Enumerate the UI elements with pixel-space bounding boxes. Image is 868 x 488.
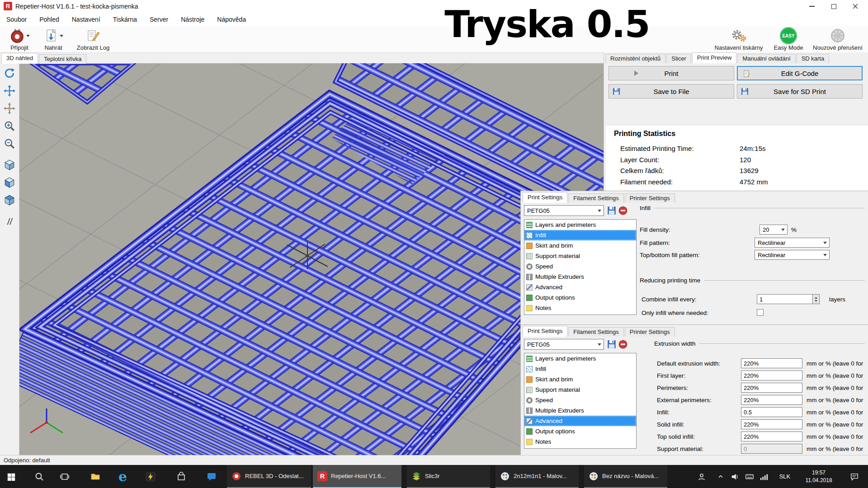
section-support-material[interactable]: Support material <box>524 385 636 395</box>
clock[interactable]: 19:57 11.04.2018 <box>797 465 841 488</box>
start-button[interactable] <box>0 465 22 488</box>
tab-temperature-curve[interactable]: Teplotní křivka <box>39 54 86 64</box>
easy-mode-button[interactable]: EASY Easy Mode <box>770 27 807 51</box>
delete-profile-button[interactable] <box>618 206 627 215</box>
taskbar-app-repetier[interactable]: R Repetier-Host V1.6... <box>313 465 401 488</box>
close-button[interactable] <box>844 0 866 13</box>
section-notes[interactable]: Notes <box>524 436 636 447</box>
view-isometric-button[interactable] <box>1 156 18 173</box>
hidden-icons-button[interactable] <box>713 465 728 488</box>
delete-profile-button[interactable] <box>618 340 627 349</box>
section-infill[interactable]: Infill <box>524 364 636 374</box>
tab-object-placement[interactable]: Rozmístění objektů <box>605 54 665 63</box>
view-front-button[interactable] <box>1 174 18 191</box>
volume-tray-button[interactable] <box>728 465 742 488</box>
utility-app-button[interactable] <box>139 465 161 488</box>
section-infill[interactable]: Infill <box>524 230 636 240</box>
tab-3d-preview[interactable]: 3D náhled <box>1 53 38 64</box>
menu-server[interactable]: Server <box>143 13 175 26</box>
menu-napoveda[interactable]: Nápověda <box>211 13 252 26</box>
view-side-button[interactable] <box>1 192 18 208</box>
store-button[interactable] <box>170 465 192 488</box>
action-center-button[interactable] <box>844 465 864 488</box>
section-layers-perimeters[interactable]: Layers and perimeters <box>524 220 636 230</box>
fill-density-select[interactable]: 20 <box>760 225 788 235</box>
file-explorer-button[interactable] <box>84 465 106 488</box>
tab-printer-settings[interactable]: Printer Settings <box>625 193 675 203</box>
view-rotate-button[interactable] <box>1 65 18 81</box>
infill-width-input[interactable] <box>741 407 802 417</box>
taskbar-app-slic3r[interactable]: Slic3r <box>407 465 490 488</box>
view-move-button[interactable] <box>1 82 18 99</box>
tab-print-settings[interactable]: Print Settings <box>523 192 567 203</box>
first-layer-input[interactable] <box>741 371 802 380</box>
combine-infill-input[interactable] <box>757 294 813 304</box>
perimeters-input[interactable] <box>741 383 802 393</box>
profile-select[interactable]: PETG05 <box>524 339 604 350</box>
solid-infill-input[interactable] <box>741 419 802 429</box>
top-solid-infill-input[interactable] <box>741 432 802 441</box>
menu-nastaveni[interactable]: Nastavení <box>66 13 107 26</box>
external-perimeters-input[interactable] <box>741 395 802 405</box>
emergency-stop-button[interactable]: Nouzové přerušení <box>809 27 866 51</box>
section-advanced[interactable]: Advanced <box>524 416 636 426</box>
section-skirt-brim[interactable]: Skirt and brim <box>524 240 636 251</box>
people-tray-button[interactable] <box>694 465 709 488</box>
upload-dropdown-icon[interactable] <box>60 35 63 39</box>
zoom-out-button[interactable] <box>1 135 18 152</box>
print-button[interactable]: Print <box>609 66 734 80</box>
messaging-app-button[interactable] <box>200 465 222 488</box>
minimize-button[interactable] <box>801 0 823 13</box>
menu-pohled[interactable]: Pohled <box>33 13 66 26</box>
zoom-in-button[interactable] <box>1 117 18 134</box>
taskbar-app-rebel3d[interactable]: REBEL 3D - Odeslat... <box>227 465 311 488</box>
touch-keyboard-button[interactable] <box>742 465 757 488</box>
top-bottom-pattern-select[interactable]: Rectilinear <box>755 250 830 260</box>
save-profile-button[interactable] <box>607 206 616 215</box>
section-layers-perimeters[interactable]: Layers and perimeters <box>524 353 636 364</box>
fill-pattern-select[interactable]: Rectilinear <box>755 238 830 248</box>
language-indicator[interactable]: SLK <box>775 465 795 488</box>
move-object-button[interactable] <box>1 100 18 117</box>
combine-infill-spinner[interactable] <box>813 294 820 304</box>
menu-soubor[interactable]: Soubor <box>0 13 33 26</box>
taskbar-app-paint-2[interactable]: Bez názvu - Malová... <box>584 465 667 488</box>
tab-print-settings[interactable]: Print Settings <box>523 326 567 337</box>
tab-filament-settings[interactable]: Filament Settings <box>568 327 623 337</box>
tab-print-preview[interactable]: Print Preview <box>692 52 737 63</box>
profile-select[interactable]: PETG05 <box>524 205 604 216</box>
save-for-sd-button[interactable]: Save for SD Print <box>737 84 863 99</box>
only-infill-checkbox[interactable] <box>757 309 764 316</box>
save-profile-button[interactable] <box>607 340 616 349</box>
menu-tiskarna[interactable]: Tiskárna <box>107 13 143 26</box>
default-extrusion-input[interactable] <box>741 358 802 368</box>
printer-settings-button[interactable]: Nastavení tiskárny <box>711 27 767 51</box>
section-speed[interactable]: Speed <box>524 261 636 272</box>
tab-manual-control[interactable]: Manuální ovládání <box>737 54 795 63</box>
toggle-panel-button[interactable] <box>1 213 18 230</box>
edit-gcode-button[interactable]: Edit G-Code <box>737 66 863 80</box>
section-output-options[interactable]: Output options <box>524 426 636 436</box>
section-advanced[interactable]: Advanced <box>524 282 636 292</box>
section-skirt-brim[interactable]: Skirt and brim <box>524 374 636 385</box>
taskbar-app-paint-1[interactable]: 2n12m1n1 - Malov... <box>495 465 579 488</box>
section-multiple-extruders[interactable]: Multiple Extruders <box>524 272 636 282</box>
taskbar-search-button[interactable] <box>28 465 50 488</box>
save-to-file-button[interactable]: Save to File <box>609 84 734 99</box>
section-support-material[interactable]: Support material <box>524 251 636 261</box>
tab-sd-card[interactable]: SD karta <box>797 54 830 63</box>
section-output-options[interactable]: Output options <box>524 292 636 303</box>
section-notes[interactable]: Notes <box>524 303 636 313</box>
section-speed[interactable]: Speed <box>524 395 636 405</box>
connect-button[interactable]: Připojit <box>3 27 36 51</box>
support-material-input[interactable] <box>741 444 802 454</box>
section-multiple-extruders[interactable]: Multiple Extruders <box>524 405 636 416</box>
upload-button[interactable]: Nahrát <box>39 27 68 51</box>
tab-printer-settings[interactable]: Printer Settings <box>625 327 675 337</box>
tab-slicer[interactable]: Slicer <box>666 54 691 63</box>
edge-browser-button[interactable]: e <box>112 465 134 488</box>
show-log-button[interactable]: Zobrazit Log <box>71 27 115 51</box>
network-tray-button[interactable] <box>757 465 771 488</box>
3d-viewport[interactable] <box>19 63 604 455</box>
menu-nastroje[interactable]: Nástroje <box>175 13 211 26</box>
